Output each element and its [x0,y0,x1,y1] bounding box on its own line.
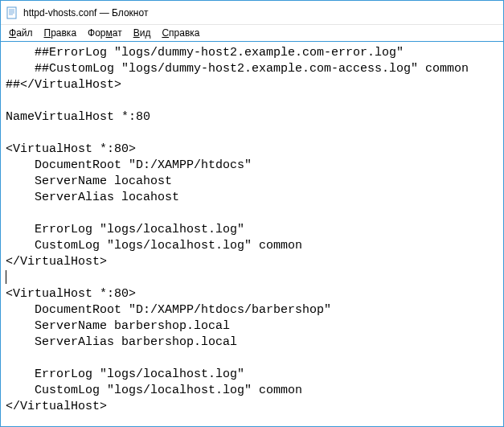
text-area[interactable]: ##ErrorLog "logs/dummy-host2.example.com… [1,42,503,426]
menu-format[interactable]: Формат [84,26,125,40]
menu-edit[interactable]: Правка [41,26,80,40]
menubar: Файл Правка Формат Вид Справка [1,25,503,42]
menu-view[interactable]: Вид [130,26,154,40]
notepad-icon [6,6,18,19]
menu-help[interactable]: Справка [158,26,203,40]
window-title: httpd-vhosts.conf — Блокнот [23,7,148,18]
menu-file[interactable]: Файл [6,26,36,40]
text-content: ##ErrorLog "logs/dummy-host2.example.com… [6,46,469,413]
text-cursor [6,270,6,284]
titlebar: httpd-vhosts.conf — Блокнот [1,1,503,25]
